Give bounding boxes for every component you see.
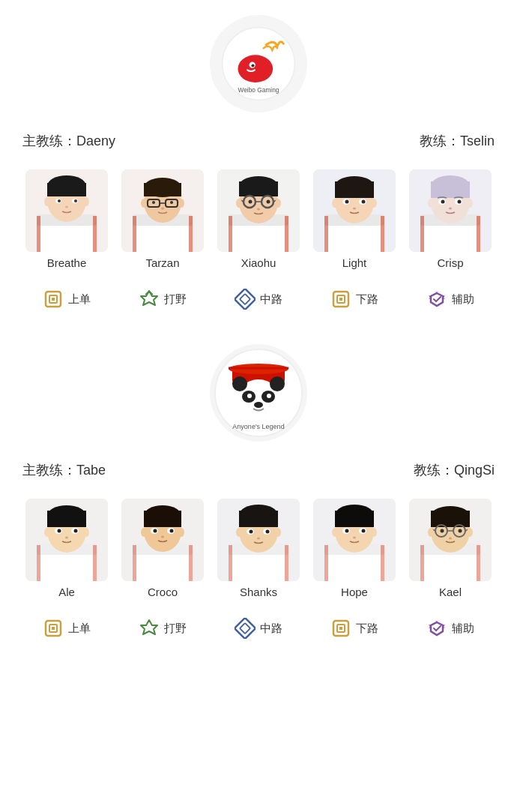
- role-support-1: 辅助: [406, 289, 495, 310]
- player-croco-photo: [121, 499, 204, 581]
- player-light-name: Light: [342, 256, 367, 269]
- svg-point-54: [236, 199, 242, 208]
- player-hope: Hope: [310, 499, 399, 598]
- player-crisp: Crisp: [406, 169, 495, 269]
- svg-text:Anyone's Legend: Anyone's Legend: [232, 423, 284, 430]
- svg-point-104: [247, 394, 252, 398]
- svg-rect-142: [285, 545, 288, 581]
- svg-text:Weibo Gaming: Weibo Gaming: [238, 86, 279, 94]
- mid-icon-1: [235, 289, 256, 310]
- bot-icon-1: [330, 289, 351, 310]
- svg-point-133: [154, 529, 157, 533]
- svg-point-105: [267, 394, 271, 398]
- svg-point-120: [65, 537, 68, 539]
- svg-point-165: [353, 537, 356, 539]
- svg-point-137: [178, 528, 184, 537]
- player-xiaohu: Xiaohu: [214, 169, 303, 269]
- svg-point-166: [332, 528, 338, 537]
- svg-rect-88: [52, 298, 55, 301]
- role-top-label-2: 上单: [68, 622, 91, 636]
- svg-point-122: [83, 528, 89, 537]
- svg-rect-8: [37, 216, 40, 252]
- team-1-coaches: 主教练：Daeny 教练：Tselin: [0, 120, 517, 162]
- player-crisp-name: Crisp: [437, 256, 463, 269]
- bot-icon-2: [330, 618, 351, 639]
- role-bot-label-1: 下路: [356, 292, 378, 307]
- svg-point-17: [65, 206, 68, 208]
- svg-point-15: [58, 199, 61, 202]
- svg-rect-24: [189, 216, 193, 252]
- svg-point-81: [441, 200, 445, 204]
- svg-rect-9: [93, 216, 97, 252]
- svg-point-149: [266, 530, 270, 534]
- team-2-logo: Anyone's Legend: [210, 344, 307, 442]
- player-xiaohu-name: Xiaohu: [241, 256, 276, 269]
- role-top-2: 上单: [22, 618, 111, 639]
- svg-rect-171: [420, 545, 424, 581]
- role-top-label-1: 上单: [68, 292, 91, 307]
- support-icon-1: [426, 289, 447, 310]
- player-light-photo: [313, 169, 396, 252]
- svg-point-33: [152, 201, 155, 204]
- svg-point-100: [232, 376, 247, 391]
- player-breathe: Breathe: [22, 169, 111, 269]
- svg-point-163: [345, 529, 349, 533]
- svg-point-36: [141, 199, 147, 208]
- svg-point-119: [74, 529, 78, 533]
- role-jungle-2: 打野: [118, 618, 207, 639]
- role-support-label-1: 辅助: [452, 292, 474, 307]
- svg-rect-59: [324, 216, 328, 252]
- svg-rect-75: [477, 216, 480, 252]
- player-ale-photo: [25, 499, 108, 581]
- team-2-players: Ale: [0, 491, 517, 606]
- svg-point-53: [257, 208, 260, 211]
- svg-rect-23: [133, 216, 136, 252]
- player-croco-name: Croco: [148, 586, 178, 598]
- svg-point-182: [459, 529, 462, 533]
- player-shanks-photo: [217, 499, 300, 581]
- team-1-logo: Weibo Gaming: [210, 15, 307, 112]
- player-ale-name: Ale: [58, 586, 75, 598]
- player-breathe-name: Breathe: [47, 256, 87, 269]
- role-jungle-label-1: 打野: [164, 292, 187, 307]
- svg-point-37: [178, 199, 184, 208]
- svg-point-184: [428, 528, 434, 537]
- svg-point-85: [467, 199, 473, 208]
- svg-point-66: [345, 200, 349, 204]
- svg-point-1: [238, 55, 273, 82]
- role-mid-1: 中路: [214, 289, 303, 310]
- player-tarzan-name: Tarzan: [145, 256, 179, 269]
- head-coach-label-2: 主教练：Tabe: [22, 461, 106, 479]
- svg-point-51: [249, 200, 253, 204]
- top-lane-icon-1: [43, 289, 64, 310]
- svg-point-135: [161, 536, 164, 538]
- support-icon-2: [426, 618, 447, 639]
- svg-point-101: [270, 376, 285, 391]
- svg-rect-27: [144, 183, 181, 196]
- svg-point-181: [441, 529, 444, 533]
- svg-point-167: [371, 528, 377, 537]
- team-2-coaches: 主教练：Tabe 教练：QingSi: [0, 449, 517, 491]
- player-hope-name: Hope: [341, 586, 368, 598]
- svg-rect-141: [229, 545, 232, 581]
- svg-point-16: [74, 199, 77, 202]
- svg-rect-145: [239, 511, 278, 527]
- svg-rect-93: [339, 298, 342, 301]
- svg-point-83: [449, 208, 452, 210]
- svg-point-34: [170, 201, 173, 204]
- player-kael-photo: [409, 499, 492, 581]
- team-1-roles: 上单 打野 中路: [0, 277, 517, 322]
- svg-rect-160: [335, 511, 374, 527]
- svg-rect-78: [431, 181, 470, 198]
- svg-rect-42: [285, 216, 288, 252]
- svg-point-151: [236, 528, 242, 537]
- svg-rect-156: [324, 545, 328, 581]
- player-shanks: Shanks: [214, 499, 303, 598]
- svg-rect-90: [240, 294, 250, 304]
- svg-rect-111: [37, 545, 40, 581]
- jungle-icon-2: [139, 618, 160, 639]
- svg-rect-188: [52, 627, 55, 630]
- role-mid-label-2: 中路: [260, 622, 282, 636]
- svg-rect-41: [229, 216, 232, 252]
- coach-label-2: 教练：QingSi: [414, 461, 495, 479]
